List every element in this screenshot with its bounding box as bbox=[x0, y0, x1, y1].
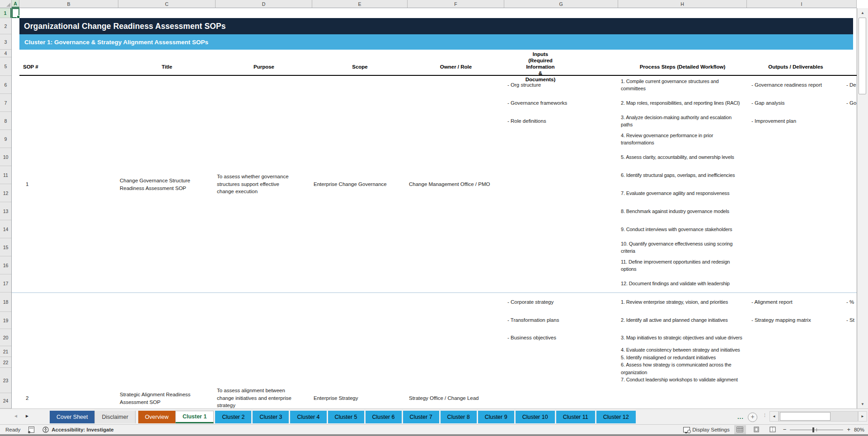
process-step-item[interactable]: 11. Define improvement opportunities and… bbox=[618, 256, 744, 274]
process-step-item[interactable]: 7. Evaluate governance agility and respo… bbox=[618, 184, 744, 202]
sheet-tab-cluster-4[interactable]: Cluster 4 bbox=[290, 411, 326, 423]
output-item[interactable]: - Governance readiness report bbox=[747, 76, 845, 94]
hscroll-right-icon[interactable]: ► bbox=[858, 411, 867, 422]
column-header-D[interactable]: D bbox=[216, 0, 312, 8]
row-header-14[interactable]: 14 bbox=[0, 220, 11, 238]
sheet-tab-cluster-11[interactable]: Cluster 11 bbox=[556, 411, 595, 423]
row-header-1[interactable]: 1 bbox=[0, 8, 11, 18]
row-header-5[interactable]: 5 bbox=[0, 57, 11, 76]
column-header-E[interactable]: E bbox=[312, 0, 408, 8]
column-header-H[interactable]: H bbox=[618, 0, 747, 8]
row-header-6[interactable]: 6 bbox=[0, 76, 11, 94]
process-step-item[interactable]: 1. Review enterprise strategy, vision, a… bbox=[618, 293, 744, 311]
row-header-21[interactable]: 21 bbox=[0, 346, 11, 357]
sop-owner-cell[interactable]: Strategy Office / Change Lead bbox=[409, 394, 505, 402]
sop-scope-cell[interactable]: Enterprise Change Governance bbox=[314, 181, 406, 188]
row-header-15[interactable]: 15 bbox=[0, 238, 11, 256]
sop-purpose-cell[interactable]: To assess whether governance structures … bbox=[217, 173, 291, 195]
sheet-tab-cluster-7[interactable]: Cluster 7 bbox=[403, 411, 439, 423]
row-header-17[interactable]: 17 bbox=[0, 274, 11, 292]
input-item[interactable]: - Governance frameworks bbox=[504, 94, 618, 112]
cell-a1-selection[interactable] bbox=[12, 8, 19, 18]
horizontal-scrollbar[interactable]: ◄ ► bbox=[769, 411, 867, 422]
input-item[interactable]: - Business objectives bbox=[504, 329, 618, 346]
output-item[interactable]: - Alignment report bbox=[747, 293, 845, 311]
row-header-11[interactable]: 11 bbox=[0, 166, 11, 184]
overflow-item[interactable]: - St bbox=[845, 311, 857, 329]
process-step-item[interactable]: 3. Analyze decision-making authority and… bbox=[618, 112, 744, 130]
process-step-item[interactable]: 6. Assess how strategy is communicated a… bbox=[618, 361, 744, 376]
scroll-down-icon[interactable]: ▼ bbox=[857, 400, 868, 408]
process-step-item[interactable]: 5. Assess clarity, accountability, and o… bbox=[618, 148, 744, 166]
process-step-item[interactable]: 4. Evaluate consistency between strategy… bbox=[618, 346, 744, 354]
tab-scroll-right-icon[interactable]: ► bbox=[25, 413, 29, 418]
row-header-4[interactable]: 4 bbox=[0, 50, 11, 57]
sop-owner-cell[interactable]: Change Management Office / PMO bbox=[409, 181, 505, 188]
sop-number-cell[interactable]: 1 bbox=[19, 181, 125, 188]
column-header-I[interactable]: I bbox=[747, 0, 857, 8]
cluster-subtitle-bar[interactable]: Cluster 1: Governance & Strategy Alignme… bbox=[19, 34, 853, 50]
horizontal-scrollbar-thumb[interactable] bbox=[780, 412, 830, 421]
sop-title-cell[interactable]: Strategic Alignment Readiness Assessment… bbox=[120, 391, 200, 406]
process-step-item[interactable]: 7. Conduct leadership workshops to valid… bbox=[618, 376, 744, 384]
output-item[interactable]: - Improvement plan bbox=[747, 112, 845, 130]
sheet-tab-overview[interactable]: Overview bbox=[138, 411, 175, 423]
row-header-9[interactable]: 9 bbox=[0, 130, 11, 148]
row-header-18[interactable]: 18 bbox=[0, 292, 11, 312]
zoom-out-button[interactable]: − bbox=[783, 426, 787, 433]
row-header-10[interactable]: 10 bbox=[0, 148, 11, 166]
process-step-item[interactable]: 10. Quantify governance effectiveness us… bbox=[618, 238, 744, 256]
zoom-slider-thumb[interactable] bbox=[812, 427, 814, 432]
add-sheet-button[interactable]: + bbox=[748, 413, 757, 422]
sop-row[interactable]: 1Change Governance Structure Readiness A… bbox=[12, 76, 857, 293]
zoom-level[interactable]: 80% bbox=[854, 427, 864, 432]
overflow-item[interactable]: - Go bbox=[845, 94, 857, 112]
tab-scroll-left-icon[interactable]: ◄ bbox=[14, 413, 18, 418]
sop-scope-cell[interactable]: Enterprise Strategy bbox=[314, 394, 406, 402]
input-item[interactable]: - Corporate strategy bbox=[504, 293, 618, 311]
view-page-break-button[interactable] bbox=[767, 425, 779, 434]
sop-row[interactable]: 2Strategic Alignment Readiness Assessmen… bbox=[12, 293, 857, 408]
sheet-tab-disclaimer[interactable]: Disclaimer bbox=[94, 411, 135, 423]
output-item[interactable]: - Gap analysis bbox=[747, 94, 845, 112]
process-step-item[interactable]: 3. Map initiatives to strategic objectiv… bbox=[618, 329, 744, 346]
output-item[interactable]: - Strategy mapping matrix bbox=[747, 311, 845, 329]
process-step-item[interactable]: 9. Conduct interviews with governance st… bbox=[618, 220, 744, 238]
sheet-tab-cluster-6[interactable]: Cluster 6 bbox=[366, 411, 402, 423]
view-page-layout-button[interactable] bbox=[751, 425, 762, 434]
accessibility-status[interactable]: Accessibility: Investigate bbox=[42, 427, 113, 433]
zoom-slider[interactable] bbox=[790, 427, 843, 432]
vertical-scrollbar-thumb[interactable] bbox=[859, 18, 866, 94]
column-header-G[interactable]: G bbox=[504, 0, 618, 8]
sop-purpose-cell[interactable]: To assess alignment between change initi… bbox=[217, 387, 303, 408]
scroll-up-icon[interactable]: ▲ bbox=[857, 9, 868, 17]
view-normal-button[interactable] bbox=[734, 425, 746, 434]
row-header-16[interactable]: 16 bbox=[0, 256, 11, 274]
row-header-20[interactable]: 20 bbox=[0, 329, 11, 346]
overflow-item[interactable]: - % bbox=[845, 293, 857, 311]
row-header-8[interactable]: 8 bbox=[0, 112, 11, 130]
sheet-tab-cluster-2[interactable]: Cluster 2 bbox=[215, 411, 251, 423]
row-header-3[interactable]: 3 bbox=[0, 34, 11, 50]
display-settings-button[interactable]: Display Settings bbox=[683, 427, 729, 432]
column-header-F[interactable]: F bbox=[408, 0, 504, 8]
sheet-tab-cover-sheet[interactable]: Cover Sheet bbox=[50, 411, 94, 423]
process-step-item[interactable]: 4. Review governance performance in prio… bbox=[618, 130, 744, 148]
process-step-item[interactable]: 2. Map roles, responsibilities, and repo… bbox=[618, 94, 744, 112]
more-sheets-ellipsis[interactable]: ... bbox=[737, 413, 744, 420]
input-item[interactable]: - Org structure bbox=[504, 76, 618, 94]
sheet-tab-cluster-1[interactable]: Cluster 1 bbox=[175, 411, 214, 423]
input-item[interactable]: - Transformation plans bbox=[504, 311, 618, 329]
hscroll-left-icon[interactable]: ◄ bbox=[769, 411, 779, 422]
sheet-tab-cluster-8[interactable]: Cluster 8 bbox=[441, 411, 477, 423]
vertical-scrollbar[interactable]: ▲ ▼ bbox=[857, 8, 868, 408]
worksheet-title-bar[interactable]: Organizational Change Readiness Assessme… bbox=[19, 18, 853, 34]
row-header-12[interactable]: 12 bbox=[0, 184, 11, 202]
select-all-corner[interactable] bbox=[0, 0, 12, 8]
process-step-item[interactable]: 8. Benchmark against industry governance… bbox=[618, 202, 744, 220]
input-item[interactable]: - Role definitions bbox=[504, 112, 618, 130]
sheet-tab-cluster-3[interactable]: Cluster 3 bbox=[253, 411, 289, 423]
zoom-in-button[interactable]: + bbox=[847, 426, 850, 433]
process-step-item[interactable]: 12. Document findings and validate with … bbox=[618, 274, 744, 292]
row-header-22[interactable]: 22 bbox=[0, 357, 11, 368]
